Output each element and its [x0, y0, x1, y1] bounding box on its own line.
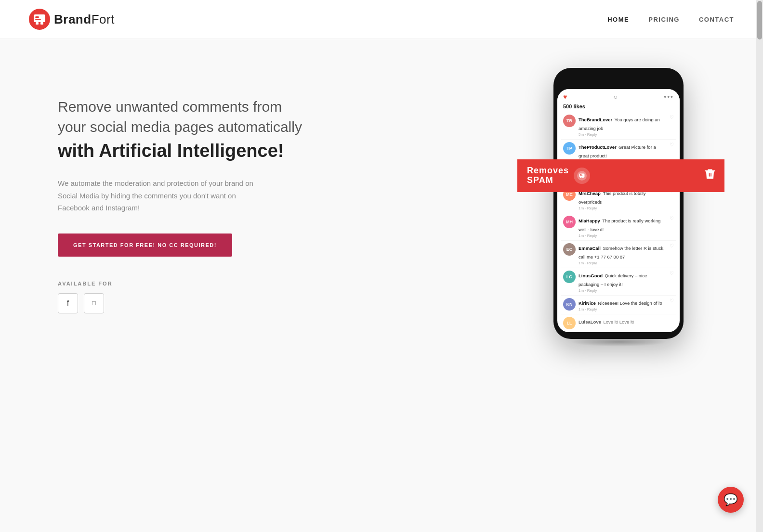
- comment-meta: 1m · Reply: [579, 234, 666, 238]
- main-nav: HOME PRICING CONTACT: [607, 16, 734, 23]
- comment-body: EmmaCall Somehow the letter R is stuck, …: [579, 243, 666, 265]
- comment-username: TheProductLover: [579, 144, 617, 150]
- phone-screen: ♥ ○ ••• 500 likes TB TheBrandLover You g…: [557, 89, 680, 332]
- avatar: TP: [563, 142, 576, 155]
- avatar: MH: [563, 216, 576, 228]
- avatar: EC: [563, 243, 576, 256]
- comment-meta: 1m · Reply: [579, 206, 666, 210]
- cta-button[interactable]: GET STARTED FOR FREE! NO CC REQUIRED!: [58, 234, 232, 257]
- comment-body: TheBrandLover You guys are doing an amaz…: [579, 115, 666, 137]
- headline-line1: Remove unwanted comments from your socia…: [58, 97, 302, 137]
- chat-icon: 💬: [724, 493, 738, 506]
- comment-heart-icon: ♡: [670, 142, 674, 147]
- comment-heart-icon: ♡: [670, 115, 674, 120]
- phone-search-icon: ○: [614, 93, 618, 101]
- likes-bar: 500 likes: [557, 103, 680, 112]
- trash-icon: [703, 168, 717, 184]
- avatar: LL: [563, 317, 576, 329]
- comment-username: TheBrandLover: [579, 117, 612, 122]
- comment-item: MH MiaHappy The product is really workin…: [561, 213, 676, 241]
- comment-item: EC EmmaCall Somehow the letter R is stuc…: [561, 241, 676, 268]
- comment-item: LL LuisaLove Love it! Love it!: [561, 314, 676, 332]
- comment-meta: 1m · Reply: [579, 261, 666, 265]
- scrollbar[interactable]: [756, 0, 763, 532]
- comment-body: LuisaLove Love it! Love it!: [579, 317, 674, 325]
- chat-button[interactable]: 💬: [718, 487, 744, 513]
- comment-body: MiaHappy The product is really working w…: [579, 216, 666, 238]
- spam-left: Removes SPAM: [527, 166, 590, 185]
- comments-list: TB TheBrandLover You guys are doing an a…: [557, 112, 680, 332]
- svg-rect-10: [580, 174, 582, 175]
- svg-rect-9: [582, 177, 584, 178]
- svg-rect-7: [579, 173, 585, 177]
- spam-label: Removes SPAM: [527, 166, 569, 185]
- phone-notch: [597, 75, 640, 85]
- hero-content: Remove unwanted comments from your socia…: [58, 78, 302, 313]
- instagram-icon: □: [92, 299, 96, 307]
- svg-rect-4: [35, 16, 39, 18]
- avatar: LG: [563, 271, 576, 283]
- phone-mockup-area: Removes SPAM: [541, 68, 696, 349]
- nav-contact[interactable]: CONTACT: [699, 16, 734, 23]
- comment-text: Love it! Love it!: [603, 319, 634, 324]
- facebook-icon: f: [67, 299, 69, 308]
- comment-meta: 5m · Reply: [579, 132, 666, 137]
- spam-brandfort-icon: [574, 168, 590, 184]
- svg-rect-5: [35, 19, 41, 20]
- social-icons-row: f □: [58, 293, 302, 313]
- comment-item: TB TheBrandLover You guys are doing an a…: [561, 112, 676, 140]
- phone-device: ♥ ○ ••• 500 likes TB TheBrandLover You g…: [553, 68, 684, 339]
- comment-username: EmmaCall: [579, 246, 601, 251]
- svg-rect-1: [34, 14, 45, 22]
- logo-icon: [29, 9, 50, 30]
- comment-meta: 1m · Reply: [579, 288, 666, 293]
- comment-username: LuisaLove: [579, 319, 601, 324]
- comment-text: Niceeeee! Love the design of it!: [598, 300, 662, 306]
- likes-count: 500 likes: [563, 104, 585, 109]
- avatar: KN: [563, 298, 576, 311]
- instagram-icon-button[interactable]: □: [84, 293, 104, 313]
- comment-item: KN KiriNice Niceeeee! Love the design of…: [561, 296, 676, 314]
- logo-brand: Brand: [54, 12, 92, 26]
- svg-rect-2: [36, 22, 39, 25]
- phone-heart-icon: ♥: [563, 93, 567, 101]
- header: BrandFort HOME PRICING CONTACT: [0, 0, 763, 39]
- nav-pricing[interactable]: PRICING: [648, 16, 680, 23]
- spam-banner: Removes SPAM: [517, 159, 724, 192]
- svg-rect-13: [708, 169, 712, 171]
- headline-line3: with Artificial Intelligence!: [58, 139, 302, 163]
- comment-heart-icon: ♡: [670, 271, 674, 276]
- comment-heart-icon: ♡: [670, 243, 674, 248]
- svg-rect-15: [710, 173, 711, 176]
- scrollbar-thumb[interactable]: [757, 1, 762, 39]
- logo[interactable]: BrandFort: [29, 9, 115, 30]
- hero-subtext: We automate the moderation and protectio…: [58, 177, 260, 214]
- main-content: Remove unwanted comments from your socia…: [0, 39, 763, 532]
- phone-top-bar: ♥ ○ •••: [557, 89, 680, 103]
- svg-rect-8: [580, 177, 581, 178]
- available-label: AVAILABLE FOR: [58, 281, 302, 286]
- comment-username: LinusGood: [579, 273, 603, 278]
- comment-body: KiriNice Niceeeee! Love the design of it…: [579, 298, 666, 311]
- facebook-icon-button[interactable]: f: [58, 293, 78, 313]
- logo-suffix: Fort: [92, 12, 115, 26]
- comment-heart-icon: ♡: [670, 216, 674, 221]
- phone-shadow: [570, 337, 667, 347]
- svg-rect-3: [40, 22, 43, 25]
- comment-item: LG LinusGood Quick delivery – nice packa…: [561, 268, 676, 296]
- comment-heart-icon: ♡: [670, 298, 674, 303]
- avatar: TB: [563, 115, 576, 127]
- svg-rect-14: [709, 173, 710, 176]
- comment-body: LinusGood Quick delivery – nice packagin…: [579, 271, 666, 293]
- comment-username: KiriNice: [579, 300, 596, 306]
- nav-home[interactable]: HOME: [607, 16, 629, 23]
- comment-username: MiaHappy: [579, 218, 600, 223]
- comment-meta: 1m · Reply: [579, 307, 666, 311]
- svg-rect-11: [580, 175, 582, 176]
- phone-menu-icon: •••: [664, 93, 674, 101]
